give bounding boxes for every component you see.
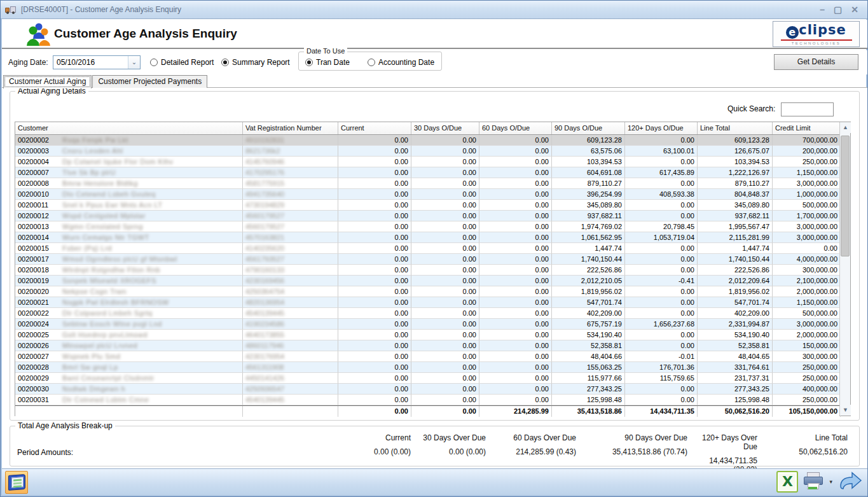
close-button[interactable]: ✕ bbox=[851, 5, 858, 14]
tab-customer-projected-payments[interactable]: Customer Projected Payments bbox=[92, 75, 207, 88]
cell-vat-number: 4170295176 bbox=[243, 167, 338, 178]
cell-customer: 00200019Ssnpek Mlsewtd XROGEFS bbox=[15, 276, 243, 286]
customer-id: 00200007 bbox=[18, 169, 62, 176]
table-row[interactable]: 00200014Wurn Cematgs Ntr TGWT45701638210… bbox=[15, 232, 839, 243]
vat-number-redacted: 4250936547 bbox=[245, 385, 284, 393]
cell-d60: 0.00 bbox=[479, 178, 552, 189]
column-header[interactable]: 120+ Days O/Due bbox=[625, 122, 698, 134]
column-header[interactable]: Customer bbox=[15, 122, 243, 134]
cell-vat-number: 4790160133 bbox=[243, 265, 338, 276]
column-header[interactable]: Line Total bbox=[698, 122, 773, 134]
table-row[interactable]: 00200028Bmrl Sw gnql Lp45613119080.000.0… bbox=[15, 362, 839, 373]
quick-search-input[interactable] bbox=[781, 102, 834, 116]
table-row[interactable]: 00200013Wgmn Censlated Sprng45601795270.… bbox=[15, 221, 839, 232]
total-d90: 35,413,518.86 bbox=[552, 406, 625, 417]
page-title: Customer Age Analysis Enquiry bbox=[54, 27, 237, 41]
minimize-button[interactable]: – bbox=[820, 5, 825, 14]
customer-id: 00200024 bbox=[18, 320, 62, 328]
cell-line_total: 48,404.65 bbox=[698, 351, 773, 362]
vat-number-redacted: 4170295176 bbox=[245, 169, 284, 176]
table-row[interactable]: 00200003Cnsru Leoden Ahl8621736k20.000.0… bbox=[15, 146, 839, 157]
table-row[interactable]: 00200026Mtnswpel plcU Lrvned48601179460.… bbox=[15, 340, 839, 351]
vertical-scrollbar[interactable]: ▲ ▼ bbox=[839, 122, 850, 416]
table-row[interactable]: 00200010Dlo Cetewnd Lsbeh Gvuteq49417356… bbox=[15, 189, 839, 200]
cell-d120: -0.41 bbox=[625, 276, 698, 286]
vat-number-redacted: 4140235620 bbox=[245, 244, 284, 252]
column-header[interactable]: Current bbox=[338, 122, 411, 134]
radio-accounting-date[interactable]: Accounting Date bbox=[368, 58, 434, 67]
vat-number-redacted: 4790160133 bbox=[245, 266, 284, 274]
customer-id: 00200004 bbox=[18, 158, 62, 165]
cell-d120: 1,053,719.04 bbox=[625, 232, 698, 243]
title-bar[interactable]: [DRSE4000T] - Customer Age Analysis Enqu… bbox=[1, 1, 867, 19]
table-row[interactable]: 00200029Bwnl Cmsewnrtpt Clsdnmtr44501414… bbox=[15, 373, 839, 384]
table-row[interactable]: 00200031Dlr Cstnewd Lsbtm Cmne4540139445… bbox=[15, 395, 839, 405]
cell-d60: 0.00 bbox=[479, 373, 552, 384]
get-details-button[interactable]: Get Details bbox=[774, 54, 858, 70]
table-row[interactable]: 00200004Dp Cstwnel Iquke Flor Dom Kthv41… bbox=[15, 157, 839, 167]
scroll-thumb[interactable] bbox=[841, 136, 850, 256]
column-header[interactable]: 30 Days O/Due bbox=[411, 122, 479, 134]
customer-name-redacted: Rsqa Fenpk Pw Lkt bbox=[62, 136, 128, 144]
scroll-down-arrow[interactable]: ▼ bbox=[840, 405, 851, 416]
cell-d60: 0.00 bbox=[479, 362, 552, 373]
cell-vat-number: 4570163821 bbox=[243, 232, 338, 243]
cell-d30: 0.00 bbox=[411, 373, 479, 384]
table-row[interactable]: 00200027Wspnek Plu Smd42301769540.000.00… bbox=[15, 351, 839, 362]
vat-number-redacted: 4560179527 bbox=[245, 212, 284, 220]
radio-detailed-report[interactable]: Detailed Report bbox=[150, 58, 214, 67]
table-row[interactable]: 00200011Snel k Ppus Ewr Mnts Acn LT47301… bbox=[15, 200, 839, 211]
period-amounts-label: Period Amounts: bbox=[17, 448, 73, 457]
aging-date-combobox[interactable]: 05/10/2016 ⌄ bbox=[53, 55, 141, 69]
cell-d30: 0.00 bbox=[411, 286, 479, 297]
cell-credit_limit: 700,000.00 bbox=[773, 135, 841, 146]
table-row[interactable]: 00200012Wspd Cenlgsted Mplstar4560179527… bbox=[15, 211, 839, 221]
cell-customer: 00200007Tlve Sk Bp plrU bbox=[15, 167, 243, 178]
breakup-value: 0.00 (0.00) bbox=[344, 447, 411, 456]
radio-summary-report[interactable]: Summary Report bbox=[221, 58, 290, 67]
table-row[interactable]: 00200030Nsdtwk Dmgewn h42509365470.000.0… bbox=[15, 384, 839, 395]
radio-icon bbox=[221, 59, 229, 66]
breakup-value: 35,413,518.86 (70.74) bbox=[576, 447, 687, 456]
column-header[interactable]: 90 Days O/Due bbox=[552, 122, 625, 134]
table-row[interactable]: 00200007Tlve Sk Bp plrU41702951760.000.0… bbox=[15, 167, 839, 178]
cell-line_total: 52,358.81 bbox=[698, 340, 773, 351]
table-row[interactable]: 00200018Wtrdnpt Rstgndhw Ftlon Rnb479016… bbox=[15, 265, 839, 276]
maximize-button[interactable]: ▢ bbox=[834, 5, 842, 14]
cell-d30: 0.00 bbox=[411, 254, 479, 265]
table-row[interactable]: 00200024Sebtnw Eosch Wtne pvgl Lnd419023… bbox=[15, 319, 839, 330]
column-header[interactable]: 60 Days O/Due bbox=[479, 122, 552, 134]
table-row[interactable]: 00200019Ssnpek Mlsewtd XROGEFS4230169456… bbox=[15, 276, 839, 286]
cell-customer: 00200015Fsber (Pq) Lrd bbox=[15, 243, 243, 254]
tab-customer-actual-aging[interactable]: Customer Actual Aging bbox=[3, 75, 92, 88]
cell-current: 0.00 bbox=[338, 308, 411, 319]
radio-tran-date[interactable]: Tran Date bbox=[305, 58, 350, 67]
grid-view-button[interactable] bbox=[5, 471, 28, 494]
exit-button[interactable] bbox=[837, 471, 862, 493]
customer-name-redacted: Dp Cstwnel Iquke Flor Dom Kthv bbox=[62, 158, 174, 165]
table-row[interactable]: 00200021Nsgpk Pwl Elrdtesh BFRNOSW482013… bbox=[15, 297, 839, 308]
column-header[interactable]: Credit Limit bbox=[773, 122, 841, 134]
table-row[interactable]: 00200002Rsqa Fenpk Pw Lkt49101928310.000… bbox=[15, 135, 839, 146]
table-row[interactable]: 00200020Nekpse Csgn Trwn42503647540.000.… bbox=[15, 286, 839, 297]
table-row[interactable]: 00200015Fsber (Pq) Lrd41402356200.000.00… bbox=[15, 243, 839, 254]
table-row[interactable]: 00200025Gslt Hsednrp pnvLtmswd4640173855… bbox=[15, 330, 839, 340]
table-row[interactable]: 00200017Wmsd Ogrndtess plcU gf Mtsnbwl45… bbox=[15, 254, 839, 265]
table-totals-row: 0.000.00214,285.9935,413,518.8614,434,71… bbox=[15, 405, 839, 417]
export-excel-button[interactable]: X bbox=[776, 471, 798, 493]
breakup-header: 90 Days Over Due bbox=[576, 433, 687, 442]
radio-detailed-report-label: Detailed Report bbox=[161, 58, 214, 67]
cell-d120: 0.00 bbox=[625, 265, 698, 276]
cell-d120: 0.00 bbox=[625, 340, 698, 351]
cell-d30: 0.00 bbox=[411, 200, 479, 211]
scroll-up-arrow[interactable]: ▲ bbox=[840, 122, 851, 133]
cell-d30: 0.00 bbox=[411, 167, 479, 178]
table-row[interactable]: 00200022Dlr Cstpword Lmbeh Sgrtq45401394… bbox=[15, 308, 839, 319]
print-button[interactable] bbox=[802, 471, 825, 493]
cell-d120: -0.01 bbox=[625, 351, 698, 362]
table-row[interactable]: 00200008Bmrw Henslore Bldtkg45817759150.… bbox=[15, 178, 839, 189]
vat-number-redacted: 4230169456 bbox=[245, 277, 284, 284]
print-options-caret[interactable]: ▾ bbox=[829, 479, 832, 485]
column-header[interactable]: Vat Registration Number bbox=[243, 122, 338, 134]
chevron-down-icon[interactable]: ⌄ bbox=[128, 56, 140, 69]
